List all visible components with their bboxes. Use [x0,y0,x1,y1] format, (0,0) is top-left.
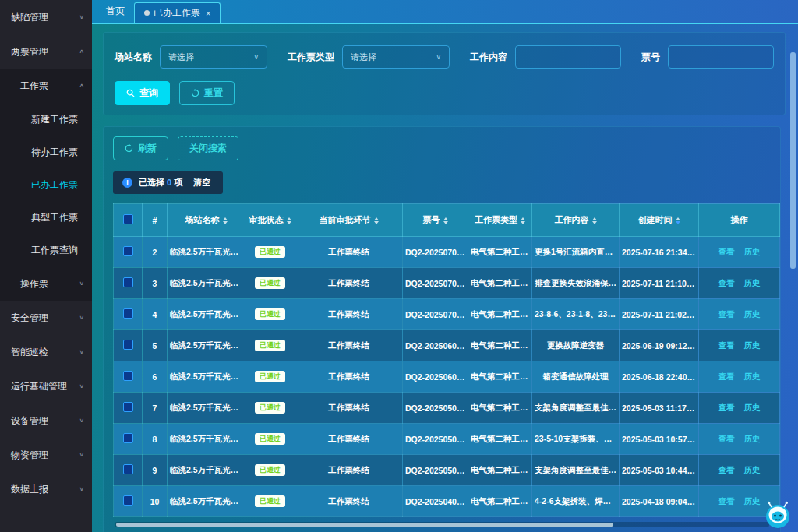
history-link[interactable]: 历史 [744,309,761,319]
created-cell: 2025-06-19 09:12:22 [620,330,699,361]
row-checkbox[interactable] [123,433,133,443]
sidebar-item-label: 缺陷管理 [11,11,48,24]
view-link[interactable]: 查看 [719,372,735,381]
sidebar-item-12[interactable]: 设备管理∨ [0,403,92,438]
sidebar-item-2[interactable]: 工作票∧ [0,69,92,103]
view-link[interactable]: 查看 [719,278,735,287]
main-area: 首页已办工作票× 场站名称 请选择 ∨ 工作票类型 请选择 [92,0,798,532]
sidebar-item-9[interactable]: 安全管理∨ [0,301,92,335]
station-select-value: 请选择 [168,51,194,63]
sort-icon[interactable] [287,217,291,224]
sidebar-item-8[interactable]: 操作票∨ [0,266,92,301]
ticket-type-select-value: 请选择 [351,51,376,63]
sidebar-item-13[interactable]: 物资管理∨ [0,438,92,472]
history-link[interactable]: 历史 [744,247,761,256]
sidebar-item-7[interactable]: 工作票查询 [0,234,92,266]
sidebar-item-4[interactable]: 待办工作票 [0,136,92,168]
station-cell: 临洮2.5万千瓦光伏电... [168,237,245,268]
history-link[interactable]: 历史 [744,496,761,506]
selection-prefix: 已选择 [139,178,164,187]
header-cell-6[interactable]: 工作内容 [532,204,620,237]
row-checkbox[interactable] [123,495,133,506]
header-cell-4[interactable]: 票号 [403,204,468,237]
app-window: 缺陷管理∨两票管理∧工作票∧新建工作票待办工作票已办工作票典型工作票工作票查询操… [0,0,798,532]
chevron-down-icon: ∨ [253,53,259,61]
content-cell: 排查更换失效浪涌保护器 [532,268,620,299]
vertical-scrollbar[interactable] [790,52,796,523]
sidebar-item-1[interactable]: 两票管理∧ [0,34,92,69]
row-checkbox[interactable] [123,340,133,350]
sidebar-item-5[interactable]: 已办工作票 [0,168,92,201]
header-cell-1[interactable]: 场站名称 [168,204,245,237]
row-checkbox[interactable] [123,308,133,319]
clear-selection-link[interactable]: 清空 [193,177,210,188]
sort-icon[interactable] [223,217,228,224]
header-cell-7[interactable]: 创建时间 [620,204,699,237]
sort-icon[interactable] [592,217,597,224]
status-cell: 已通过 [245,486,295,517]
history-link[interactable]: 历史 [744,278,761,287]
status-cell: 已通过 [245,455,295,486]
vertical-scrollbar-thumb[interactable] [790,52,796,269]
sort-icon[interactable] [521,217,525,224]
tab-0[interactable]: 首页 [97,0,134,23]
status-badge: 已通过 [255,464,285,476]
ticket-no-cell: DQ2-202507005 [403,268,468,299]
history-link[interactable]: 历史 [744,403,761,412]
view-link[interactable]: 查看 [719,309,735,319]
row-select-cell [114,393,143,424]
tab-1[interactable]: 已办工作票× [134,2,221,23]
sort-icon[interactable] [676,217,680,224]
content-cell: 4-2-6支架拆装、焊接、... [532,486,620,517]
sidebar-item-0[interactable]: 缺陷管理∨ [0,0,92,34]
view-link[interactable]: 查看 [719,247,735,256]
view-link[interactable]: 查看 [719,465,735,474]
created-cell: 2025-07-16 21:34:57 [620,237,699,268]
horizontal-scrollbar-thumb[interactable] [116,523,613,527]
sidebar-item-label: 运行基础管理 [11,380,67,393]
sidebar-item-14[interactable]: 数据上报∨ [0,472,92,506]
history-link[interactable]: 历史 [744,434,761,443]
select-all-checkbox[interactable] [123,214,133,224]
horizontal-scrollbar[interactable] [115,522,769,527]
work-content-input[interactable] [524,52,613,62]
type-cell: 电气第二种工作票 [468,455,532,486]
ticket-no-cell: DQ2-202505001 [403,455,468,486]
sidebar-item-11[interactable]: 运行基础管理∨ [0,369,92,403]
header-cell-3[interactable]: 当前审批环节 [295,204,403,237]
type-cell: 电气第二种工作票 [468,299,532,330]
robot-assistant-icon[interactable] [762,499,793,530]
history-link[interactable]: 历史 [744,465,761,474]
view-link[interactable]: 查看 [719,403,735,412]
sidebar-item-10[interactable]: 智能巡检∨ [0,335,92,369]
work-content-input-wrap [515,45,621,69]
sort-icon[interactable] [443,217,448,224]
view-link[interactable]: 查看 [719,434,735,443]
reset-button[interactable]: 重置 [179,81,235,105]
sidebar-item-6[interactable]: 典型工作票 [0,201,92,234]
sidebar-item-3[interactable]: 新建工作票 [0,103,92,136]
query-button[interactable]: 查询 [115,81,170,105]
station-select[interactable]: 请选择 ∨ [160,45,267,69]
close-search-button[interactable]: 关闭搜索 [178,136,238,160]
row-checkbox[interactable] [123,371,133,381]
history-link[interactable]: 历史 [744,372,761,381]
sort-icon[interactable] [374,217,379,224]
close-icon[interactable]: × [206,9,210,18]
row-checkbox[interactable] [123,246,133,256]
row-checkbox[interactable] [123,464,133,474]
header-cell-0: # [143,204,168,237]
refresh-button[interactable]: 刷新 [113,136,168,160]
header-cell-5[interactable]: 工作票类型 [468,204,532,237]
header-cell-2[interactable]: 审批状态 [245,204,295,237]
ticket-no-input[interactable] [676,52,765,62]
view-link[interactable]: 查看 [719,340,735,350]
type-cell: 电气第二种工作票 [468,330,532,361]
history-link[interactable]: 历史 [744,340,761,350]
view-link[interactable]: 查看 [719,496,735,506]
step-cell: 工作票终结 [295,299,403,330]
sidebar-item-label: 设备管理 [11,414,48,428]
ticket-type-select[interactable]: 请选择 ∨ [342,45,450,69]
row-checkbox[interactable] [123,277,133,287]
row-checkbox[interactable] [123,402,133,412]
